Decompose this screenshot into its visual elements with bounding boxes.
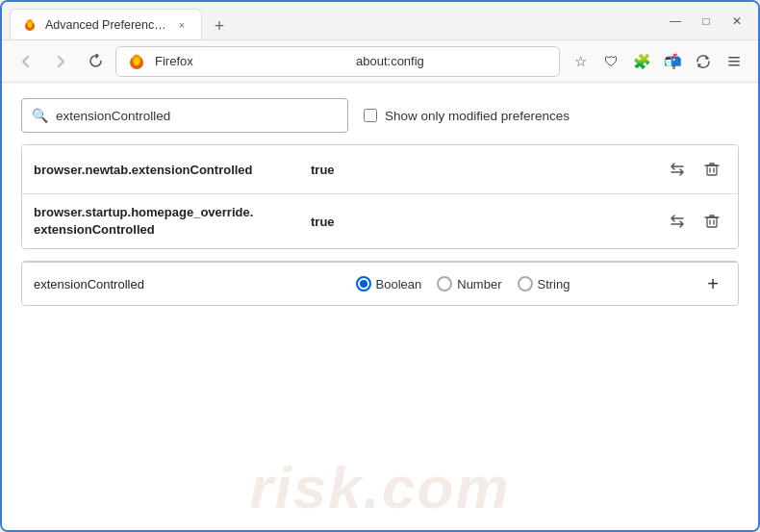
trash-icon xyxy=(704,214,720,229)
sync-button[interactable] xyxy=(689,47,718,76)
radio-string-label: String xyxy=(538,277,570,291)
show-modified-checkbox[interactable] xyxy=(364,109,377,122)
delete-button-1[interactable] xyxy=(697,155,726,184)
show-modified-checkbox-label[interactable]: Show only modified preferences xyxy=(364,109,570,123)
pref-actions-2 xyxy=(663,207,726,236)
back-button[interactable] xyxy=(12,47,40,76)
browser-window: Advanced Preferences × + — □ ✕ xyxy=(0,0,760,532)
profile-button[interactable]: 📬 xyxy=(658,47,687,76)
radio-number[interactable]: Number xyxy=(437,276,501,291)
toolbar-icons: ☆ 🛡 🧩 📬 xyxy=(566,47,748,76)
svg-rect-7 xyxy=(728,61,740,63)
radio-number-label: Number xyxy=(457,277,501,291)
watermark-text: risk.com xyxy=(249,455,510,520)
back-icon xyxy=(19,55,33,68)
address-label: Firefox xyxy=(155,54,348,68)
table-row: browser.startup.homepage_override. exten… xyxy=(22,194,738,248)
address-bar[interactable]: Firefox about:config xyxy=(115,46,560,77)
menu-button[interactable] xyxy=(720,47,748,76)
add-preference-button[interactable]: + xyxy=(699,270,726,297)
svg-rect-6 xyxy=(728,57,740,59)
svg-rect-9 xyxy=(707,165,717,175)
forward-icon xyxy=(54,55,67,68)
new-preference-row-container: extensionControlled Boolean Number xyxy=(21,261,739,306)
bookmark-button[interactable]: ☆ xyxy=(566,47,595,76)
search-input[interactable] xyxy=(56,109,338,123)
search-icon: 🔍 xyxy=(32,108,48,123)
radio-boolean-label: Boolean xyxy=(376,277,422,291)
new-tab-button[interactable]: + xyxy=(206,13,233,39)
radio-circle-boolean xyxy=(356,276,371,291)
pref-name-2-line1: browser.startup.homepage_override. xyxy=(34,205,253,219)
switch-icon xyxy=(669,161,686,178)
window-controls: — □ ✕ xyxy=(662,8,750,35)
main-content: risk.com 🔍 Show only modified preference… xyxy=(2,83,758,530)
maximize-button[interactable]: □ xyxy=(693,8,720,35)
new-pref-name: extensionControlled xyxy=(34,277,226,291)
switch-icon xyxy=(669,213,686,230)
new-pref-row: extensionControlled Boolean Number xyxy=(22,262,738,305)
hamburger-icon xyxy=(726,54,742,69)
radio-circle-number xyxy=(437,276,452,291)
pref-actions-1 xyxy=(663,155,726,184)
search-row: 🔍 Show only modified preferences xyxy=(21,98,739,133)
puzzle-icon: 🧩 xyxy=(633,53,651,70)
reload-icon xyxy=(89,54,103,68)
toggle-button-2[interactable] xyxy=(663,207,692,236)
bookmark-icon: ☆ xyxy=(574,53,587,70)
pref-name-1: browser.newtab.extensionControlled xyxy=(34,163,303,177)
search-box[interactable]: 🔍 xyxy=(21,98,348,133)
radio-string[interactable]: String xyxy=(518,276,570,291)
delete-button-2[interactable] xyxy=(697,207,726,236)
radio-group: Boolean Number String xyxy=(226,276,699,291)
firefox-logo xyxy=(126,51,147,72)
browser-toolbar: Firefox about:config ☆ 🛡 🧩 📬 xyxy=(2,40,758,83)
radio-circle-string xyxy=(518,276,533,291)
pref-value-2: true xyxy=(311,215,663,229)
minimize-button[interactable]: — xyxy=(662,8,689,35)
extension-button[interactable]: 🧩 xyxy=(627,47,656,76)
shield-button[interactable]: 🛡 xyxy=(596,47,625,76)
address-url: about:config xyxy=(356,54,549,68)
svg-rect-12 xyxy=(707,217,717,227)
close-button[interactable]: ✕ xyxy=(723,8,750,35)
sync-icon xyxy=(696,54,711,69)
pref-name-2-line2: extensionControlled xyxy=(34,222,155,237)
tab-title: Advanced Preferences xyxy=(45,18,166,32)
radio-boolean[interactable]: Boolean xyxy=(356,276,422,291)
svg-rect-8 xyxy=(728,64,740,66)
reload-button[interactable] xyxy=(81,47,110,76)
preferences-table: browser.newtab.extensionControlled true xyxy=(21,144,739,249)
pref-name-2: browser.startup.homepage_override. exten… xyxy=(34,204,303,239)
table-row: browser.newtab.extensionControlled true xyxy=(22,145,738,194)
tab-area: Advanced Preferences × + xyxy=(10,2,662,39)
radio-dot-boolean xyxy=(360,280,367,288)
forward-button[interactable] xyxy=(46,47,75,76)
tab-close-button[interactable]: × xyxy=(174,17,190,33)
active-tab[interactable]: Advanced Preferences × xyxy=(10,9,202,39)
pref-value-1: true xyxy=(311,163,663,177)
mail-icon: 📬 xyxy=(664,53,682,70)
show-modified-label: Show only modified preferences xyxy=(385,109,570,123)
tab-favicon xyxy=(22,17,38,33)
svg-point-2 xyxy=(28,22,32,28)
shield-icon: 🛡 xyxy=(604,53,619,69)
titlebar: Advanced Preferences × + — □ ✕ xyxy=(2,2,758,40)
trash-icon xyxy=(704,162,720,177)
toggle-button-1[interactable] xyxy=(663,155,692,184)
svg-point-5 xyxy=(134,58,139,65)
